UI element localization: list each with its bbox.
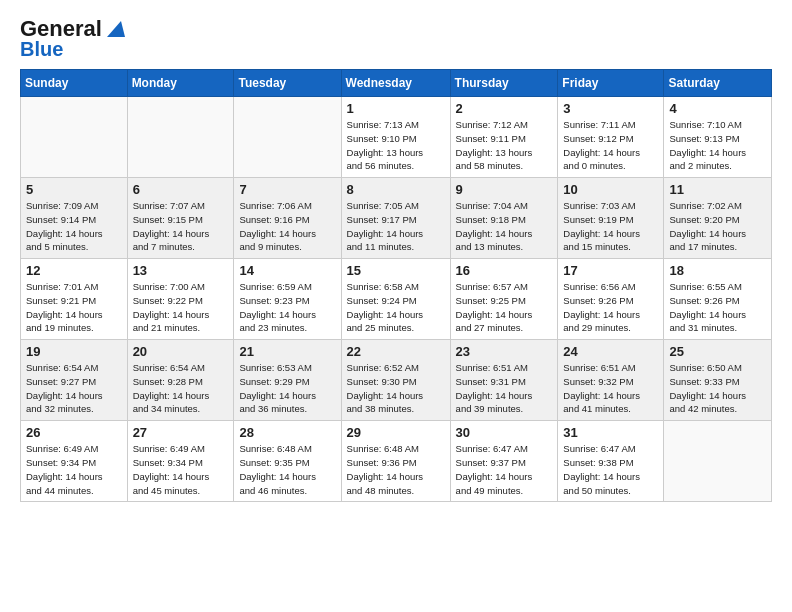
day-info: Sunrise: 6:51 AMSunset: 9:31 PMDaylight:… <box>456 361 553 416</box>
day-number: 30 <box>456 425 553 440</box>
day-info: Sunrise: 6:56 AMSunset: 9:26 PMDaylight:… <box>563 280 658 335</box>
svg-marker-0 <box>107 21 125 37</box>
day-info: Sunrise: 7:06 AMSunset: 9:16 PMDaylight:… <box>239 199 335 254</box>
day-info: Sunrise: 7:13 AMSunset: 9:10 PMDaylight:… <box>347 118 445 173</box>
day-info: Sunrise: 6:52 AMSunset: 9:30 PMDaylight:… <box>347 361 445 416</box>
calendar-cell: 29Sunrise: 6:48 AMSunset: 9:36 PMDayligh… <box>341 421 450 502</box>
calendar-cell <box>127 97 234 178</box>
calendar-cell: 21Sunrise: 6:53 AMSunset: 9:29 PMDayligh… <box>234 340 341 421</box>
calendar-cell: 1Sunrise: 7:13 AMSunset: 9:10 PMDaylight… <box>341 97 450 178</box>
day-number: 9 <box>456 182 553 197</box>
day-info: Sunrise: 7:03 AMSunset: 9:19 PMDaylight:… <box>563 199 658 254</box>
page: General Blue SundayMondayTuesdayWednesda… <box>0 0 792 518</box>
day-number: 23 <box>456 344 553 359</box>
calendar-cell <box>21 97 128 178</box>
calendar-week-1: 1Sunrise: 7:13 AMSunset: 9:10 PMDaylight… <box>21 97 772 178</box>
day-info: Sunrise: 6:50 AMSunset: 9:33 PMDaylight:… <box>669 361 766 416</box>
day-info: Sunrise: 6:48 AMSunset: 9:35 PMDaylight:… <box>239 442 335 497</box>
day-number: 20 <box>133 344 229 359</box>
calendar-body: 1Sunrise: 7:13 AMSunset: 9:10 PMDaylight… <box>21 97 772 502</box>
day-info: Sunrise: 7:07 AMSunset: 9:15 PMDaylight:… <box>133 199 229 254</box>
day-info: Sunrise: 6:57 AMSunset: 9:25 PMDaylight:… <box>456 280 553 335</box>
calendar-cell: 22Sunrise: 6:52 AMSunset: 9:30 PMDayligh… <box>341 340 450 421</box>
calendar-cell: 8Sunrise: 7:05 AMSunset: 9:17 PMDaylight… <box>341 178 450 259</box>
day-info: Sunrise: 6:49 AMSunset: 9:34 PMDaylight:… <box>133 442 229 497</box>
calendar-cell: 2Sunrise: 7:12 AMSunset: 9:11 PMDaylight… <box>450 97 558 178</box>
day-info: Sunrise: 6:49 AMSunset: 9:34 PMDaylight:… <box>26 442 122 497</box>
calendar-week-5: 26Sunrise: 6:49 AMSunset: 9:34 PMDayligh… <box>21 421 772 502</box>
day-number: 22 <box>347 344 445 359</box>
calendar-cell: 9Sunrise: 7:04 AMSunset: 9:18 PMDaylight… <box>450 178 558 259</box>
day-info: Sunrise: 6:51 AMSunset: 9:32 PMDaylight:… <box>563 361 658 416</box>
header: General Blue <box>20 16 772 61</box>
calendar-cell: 18Sunrise: 6:55 AMSunset: 9:26 PMDayligh… <box>664 259 772 340</box>
dow-header-monday: Monday <box>127 70 234 97</box>
calendar-cell: 19Sunrise: 6:54 AMSunset: 9:27 PMDayligh… <box>21 340 128 421</box>
day-number: 5 <box>26 182 122 197</box>
day-number: 11 <box>669 182 766 197</box>
day-info: Sunrise: 7:12 AMSunset: 9:11 PMDaylight:… <box>456 118 553 173</box>
day-info: Sunrise: 7:09 AMSunset: 9:14 PMDaylight:… <box>26 199 122 254</box>
calendar-cell: 26Sunrise: 6:49 AMSunset: 9:34 PMDayligh… <box>21 421 128 502</box>
calendar-cell: 11Sunrise: 7:02 AMSunset: 9:20 PMDayligh… <box>664 178 772 259</box>
logo-icon <box>103 18 125 40</box>
day-number: 21 <box>239 344 335 359</box>
day-number: 1 <box>347 101 445 116</box>
calendar-cell: 17Sunrise: 6:56 AMSunset: 9:26 PMDayligh… <box>558 259 664 340</box>
day-info: Sunrise: 6:53 AMSunset: 9:29 PMDaylight:… <box>239 361 335 416</box>
calendar-cell: 15Sunrise: 6:58 AMSunset: 9:24 PMDayligh… <box>341 259 450 340</box>
day-number: 26 <box>26 425 122 440</box>
day-number: 29 <box>347 425 445 440</box>
day-number: 7 <box>239 182 335 197</box>
day-number: 28 <box>239 425 335 440</box>
calendar-week-2: 5Sunrise: 7:09 AMSunset: 9:14 PMDaylight… <box>21 178 772 259</box>
calendar-cell: 31Sunrise: 6:47 AMSunset: 9:38 PMDayligh… <box>558 421 664 502</box>
calendar-cell: 27Sunrise: 6:49 AMSunset: 9:34 PMDayligh… <box>127 421 234 502</box>
dow-header-saturday: Saturday <box>664 70 772 97</box>
day-number: 6 <box>133 182 229 197</box>
day-number: 2 <box>456 101 553 116</box>
calendar-table: SundayMondayTuesdayWednesdayThursdayFrid… <box>20 69 772 502</box>
day-info: Sunrise: 7:10 AMSunset: 9:13 PMDaylight:… <box>669 118 766 173</box>
day-info: Sunrise: 7:04 AMSunset: 9:18 PMDaylight:… <box>456 199 553 254</box>
day-number: 13 <box>133 263 229 278</box>
day-number: 19 <box>26 344 122 359</box>
calendar-cell: 12Sunrise: 7:01 AMSunset: 9:21 PMDayligh… <box>21 259 128 340</box>
calendar-cell: 28Sunrise: 6:48 AMSunset: 9:35 PMDayligh… <box>234 421 341 502</box>
day-number: 15 <box>347 263 445 278</box>
calendar-week-4: 19Sunrise: 6:54 AMSunset: 9:27 PMDayligh… <box>21 340 772 421</box>
dow-header-friday: Friday <box>558 70 664 97</box>
calendar-cell: 4Sunrise: 7:10 AMSunset: 9:13 PMDaylight… <box>664 97 772 178</box>
day-info: Sunrise: 6:59 AMSunset: 9:23 PMDaylight:… <box>239 280 335 335</box>
day-number: 4 <box>669 101 766 116</box>
day-info: Sunrise: 7:02 AMSunset: 9:20 PMDaylight:… <box>669 199 766 254</box>
day-number: 12 <box>26 263 122 278</box>
day-number: 8 <box>347 182 445 197</box>
day-number: 16 <box>456 263 553 278</box>
dow-header-thursday: Thursday <box>450 70 558 97</box>
calendar-cell: 13Sunrise: 7:00 AMSunset: 9:22 PMDayligh… <box>127 259 234 340</box>
calendar-cell: 14Sunrise: 6:59 AMSunset: 9:23 PMDayligh… <box>234 259 341 340</box>
calendar-cell: 23Sunrise: 6:51 AMSunset: 9:31 PMDayligh… <box>450 340 558 421</box>
day-info: Sunrise: 6:58 AMSunset: 9:24 PMDaylight:… <box>347 280 445 335</box>
day-info: Sunrise: 7:11 AMSunset: 9:12 PMDaylight:… <box>563 118 658 173</box>
day-of-week-row: SundayMondayTuesdayWednesdayThursdayFrid… <box>21 70 772 97</box>
calendar-cell: 6Sunrise: 7:07 AMSunset: 9:15 PMDaylight… <box>127 178 234 259</box>
day-number: 3 <box>563 101 658 116</box>
calendar-cell: 7Sunrise: 7:06 AMSunset: 9:16 PMDaylight… <box>234 178 341 259</box>
day-info: Sunrise: 7:05 AMSunset: 9:17 PMDaylight:… <box>347 199 445 254</box>
day-info: Sunrise: 7:01 AMSunset: 9:21 PMDaylight:… <box>26 280 122 335</box>
day-number: 24 <box>563 344 658 359</box>
calendar-cell: 24Sunrise: 6:51 AMSunset: 9:32 PMDayligh… <box>558 340 664 421</box>
day-number: 17 <box>563 263 658 278</box>
dow-header-wednesday: Wednesday <box>341 70 450 97</box>
day-info: Sunrise: 6:48 AMSunset: 9:36 PMDaylight:… <box>347 442 445 497</box>
calendar-cell: 20Sunrise: 6:54 AMSunset: 9:28 PMDayligh… <box>127 340 234 421</box>
day-number: 27 <box>133 425 229 440</box>
dow-header-sunday: Sunday <box>21 70 128 97</box>
day-number: 10 <box>563 182 658 197</box>
day-info: Sunrise: 6:47 AMSunset: 9:38 PMDaylight:… <box>563 442 658 497</box>
calendar-cell: 25Sunrise: 6:50 AMSunset: 9:33 PMDayligh… <box>664 340 772 421</box>
day-number: 31 <box>563 425 658 440</box>
calendar-cell: 30Sunrise: 6:47 AMSunset: 9:37 PMDayligh… <box>450 421 558 502</box>
